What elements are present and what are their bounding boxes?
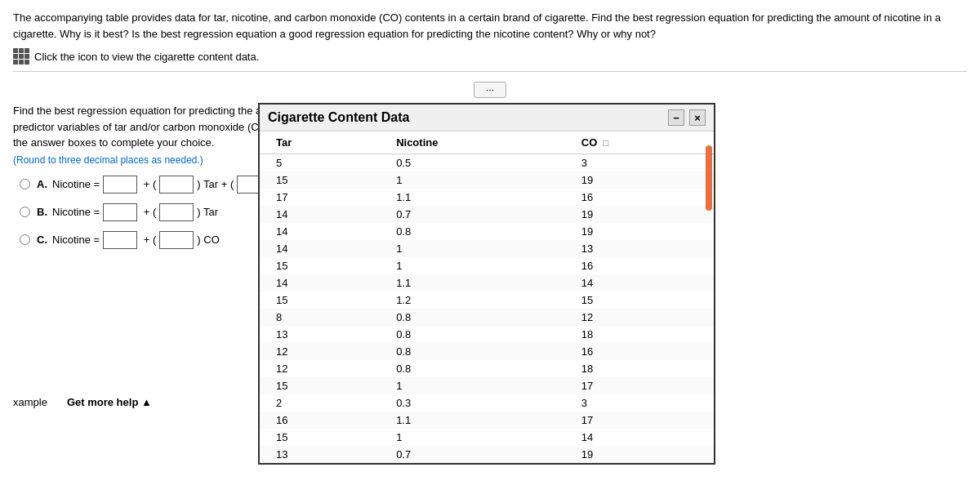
option-a-radio[interactable]	[20, 179, 30, 189]
table-row: 15117	[260, 377, 714, 394]
popup-close-button[interactable]: ×	[689, 109, 706, 126]
popup-controls: − ×	[668, 109, 706, 126]
section-divider	[13, 71, 967, 72]
intro-text: The accompanying table provides data for…	[13, 10, 960, 42]
table-row: 161.117	[260, 412, 714, 429]
option-b-box1[interactable]	[103, 203, 137, 221]
table-row: 171.116	[260, 189, 714, 206]
example-label: xample	[13, 396, 47, 408]
more-btn-row: ···	[13, 78, 967, 103]
table-row: 130.719	[260, 446, 714, 463]
icon-row-text: Click the icon to view the cigarette con…	[34, 51, 259, 63]
table-row: 141.114	[260, 274, 714, 292]
table-row: 80.812	[260, 309, 714, 326]
scrollbar[interactable]	[706, 145, 712, 211]
icon-row: Click the icon to view the cigarette con…	[13, 48, 967, 65]
option-b-plus: + (	[140, 206, 156, 218]
grid-icon[interactable]	[13, 48, 29, 65]
more-button[interactable]: ···	[474, 82, 506, 98]
option-b-tar-label: ) Tar	[197, 206, 218, 218]
option-b-nicotine: Nicotine =	[52, 206, 100, 218]
option-a-plus: + (	[140, 178, 156, 190]
table-row: 50.53	[260, 154, 714, 172]
col-icon: □	[604, 138, 609, 148]
option-b-box2[interactable]	[159, 203, 194, 221]
col-tar-header: Tar	[260, 131, 380, 154]
table-row: 15114	[260, 429, 714, 446]
option-c-plus: + (	[140, 234, 156, 246]
option-c-radio[interactable]	[20, 234, 30, 245]
option-c-nicotine: Nicotine =	[52, 234, 100, 246]
popup-title: Cigarette Content Data	[268, 110, 409, 125]
table-row: 130.818	[260, 326, 714, 343]
col-co-header: CO □	[565, 131, 714, 154]
option-c-box2[interactable]	[159, 231, 194, 249]
option-a-label: A.	[37, 178, 47, 190]
table-row: 15119	[260, 171, 714, 189]
data-table: Tar Nicotine CO □ 50.5315119171.116140.7…	[260, 131, 714, 463]
table-row: 151.215	[260, 292, 714, 309]
table-row: 14113	[260, 240, 714, 257]
option-c-label: C.	[37, 234, 47, 246]
col-nicotine-header: Nicotine	[380, 131, 565, 154]
popup-titlebar: Cigarette Content Data − ×	[260, 105, 714, 131]
option-a-box1[interactable]	[103, 176, 137, 194]
table-row: 20.33	[260, 394, 714, 412]
option-a-nicotine: Nicotine =	[52, 178, 100, 190]
option-a-box2[interactable]	[159, 176, 194, 194]
option-a-tar-label: ) Tar + (	[197, 178, 234, 190]
popup-body: Tar Nicotine CO □ 50.5315119171.116140.7…	[260, 131, 714, 463]
option-c-co-label: ) CO	[197, 234, 219, 246]
cigarette-data-popup: Cigarette Content Data − × Tar Nicotine …	[258, 103, 715, 465]
table-row: 140.719	[260, 206, 714, 223]
option-b-label: B.	[37, 206, 47, 218]
popup-minimize-button[interactable]: −	[668, 109, 684, 126]
option-b-radio[interactable]	[20, 207, 30, 217]
table-row: 140.819	[260, 223, 714, 240]
table-row: 120.816	[260, 343, 714, 360]
table-row: 120.818	[260, 360, 714, 377]
table-row: 15116	[260, 257, 714, 274]
option-c-box1[interactable]	[103, 231, 137, 249]
get-more-help-link[interactable]: Get more help ▲	[67, 396, 152, 408]
